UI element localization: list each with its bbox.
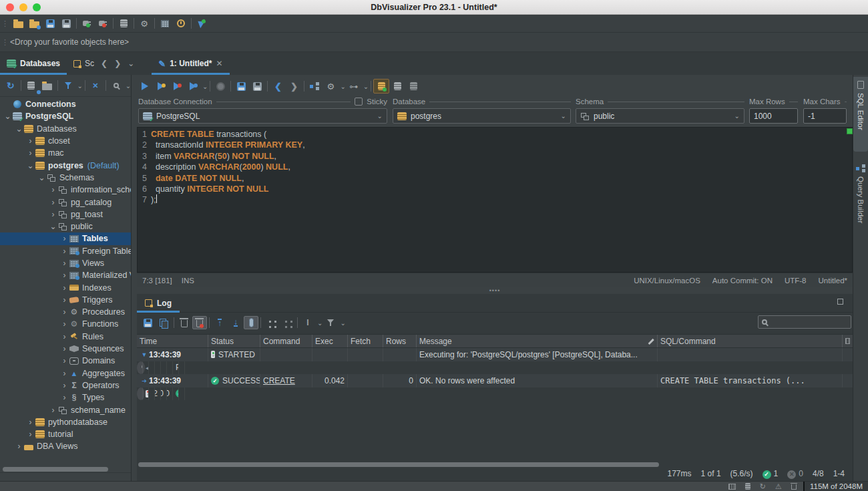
tree-item-pg-toast[interactable]: ›pg_toast bbox=[0, 208, 131, 220]
tree-expand-arrow[interactable]: › bbox=[25, 136, 35, 146]
parameterized-sql-button[interactable]: ⊶ bbox=[346, 79, 362, 94]
max-chars-input[interactable]: -1 bbox=[803, 108, 847, 124]
tree-expand-arrow[interactable]: › bbox=[59, 344, 69, 353]
column-header-message[interactable]: Message bbox=[417, 335, 658, 347]
close-tab-icon[interactable]: ✕ bbox=[216, 59, 223, 68]
column-header-rows[interactable]: Rows bbox=[383, 335, 417, 347]
refresh-status-icon[interactable]: ↻ bbox=[760, 482, 766, 491]
sql-formatter-button[interactable]: ⚙ bbox=[322, 79, 339, 94]
wizard-button[interactable] bbox=[194, 16, 210, 31]
stop-button[interactable] bbox=[212, 79, 228, 94]
history-back-button[interactable]: ❮ bbox=[270, 79, 286, 94]
execute-current-button[interactable] bbox=[153, 79, 169, 94]
tree-item-procedures[interactable]: ›⚙Procedures bbox=[0, 306, 131, 318]
tree-expand-arrow[interactable]: › bbox=[59, 295, 69, 305]
tree-item-connections[interactable]: Connections bbox=[0, 98, 131, 110]
editor-save-as-button[interactable] bbox=[249, 79, 265, 94]
sticky-checkbox[interactable] bbox=[355, 98, 363, 106]
warning-status-icon[interactable]: ⚠ bbox=[775, 482, 782, 491]
tree-item-pythondatabase[interactable]: ›pythondatabase bbox=[0, 416, 131, 428]
tab-list-dropdown[interactable]: ⌄ bbox=[128, 59, 134, 68]
column-header-exec[interactable]: Exec bbox=[312, 335, 348, 347]
tree-expand-arrow[interactable]: › bbox=[59, 247, 69, 256]
scroll-to-bottom-button[interactable]: ↓ bbox=[228, 315, 244, 330]
row-height-button[interactable]: Ι bbox=[300, 315, 316, 330]
memory-indicator[interactable]: 115M of 2048M bbox=[803, 482, 868, 491]
tree-collapse-arrow[interactable]: ⌄ bbox=[48, 222, 58, 231]
tree-item-postgresql[interactable]: ⌄PostgreSQL bbox=[0, 110, 131, 122]
tree-expand-arrow[interactable]: › bbox=[48, 405, 58, 415]
sql-editor-area[interactable]: 1CREATE TABLE transactions (2 transactio… bbox=[137, 127, 853, 273]
locate-button[interactable] bbox=[108, 78, 124, 93]
tree-collapse-arrow[interactable]: ⌄ bbox=[25, 161, 35, 170]
formatter-dropdown-chevron[interactable]: ⌄ bbox=[340, 83, 345, 90]
scroll-to-top-button[interactable]: ↑ bbox=[212, 315, 228, 330]
tree-item-schemas[interactable]: ⌄Schemas bbox=[0, 172, 131, 184]
tail-log-toggle[interactable] bbox=[244, 316, 258, 329]
tree-item-public[interactable]: ⌄public bbox=[0, 220, 131, 232]
log-filter-button[interactable] bbox=[322, 315, 339, 330]
favorites-grip[interactable]: ⋮ bbox=[1, 38, 7, 47]
task-manager-button[interactable] bbox=[173, 16, 189, 31]
line-ending[interactable]: UNIX/Linux/macOS bbox=[634, 277, 700, 285]
save-button[interactable] bbox=[42, 16, 58, 31]
connect-button[interactable] bbox=[79, 16, 95, 31]
tree-expand-arrow[interactable]: › bbox=[59, 307, 69, 317]
tab-scroll-right-button[interactable]: ❯ bbox=[114, 59, 121, 68]
log-save-button[interactable] bbox=[140, 315, 156, 330]
tree-expand-arrow[interactable]: › bbox=[48, 185, 58, 194]
connections-status-icon[interactable] bbox=[745, 483, 750, 490]
filter-dropdown-chevron[interactable]: ⌄ bbox=[77, 82, 83, 90]
locate-dropdown-chevron[interactable]: ⌄ bbox=[126, 82, 131, 90]
expand-icon[interactable]: ➔ bbox=[140, 377, 149, 384]
log-row[interactable]: ➔13:43:39✓SUCCESSCREATE0.0420OK. No rows… bbox=[137, 374, 853, 387]
collapse-rows-button[interactable] bbox=[279, 315, 295, 330]
tree-item-closet[interactable]: ›closet bbox=[0, 135, 131, 147]
tree-item-tutorial[interactable]: ›tutorial bbox=[0, 428, 131, 440]
tree-expand-arrow[interactable]: › bbox=[59, 369, 69, 378]
tree-expand-arrow[interactable]: › bbox=[59, 234, 69, 243]
refresh-button[interactable]: ↻ bbox=[3, 78, 19, 93]
tree-expand-arrow[interactable]: › bbox=[59, 283, 69, 293]
tree-item-foreign-table[interactable]: ›Foreign Table bbox=[0, 245, 131, 257]
tree-expand-arrow[interactable]: › bbox=[59, 393, 69, 402]
expand-icon[interactable]: ▼ bbox=[140, 351, 149, 358]
sidebar-horizontal-scrollbar[interactable] bbox=[3, 467, 108, 472]
expand-rows-button[interactable] bbox=[263, 315, 279, 330]
column-header-command[interactable]: Command bbox=[260, 335, 312, 347]
log-row[interactable]: ▲13:43:39FINISHED0.04200✓Success: 1 bbox=[137, 387, 145, 401]
tree-collapse-arrow[interactable]: ⌄ bbox=[14, 124, 24, 134]
column-header-fetch[interactable]: Fetch bbox=[348, 335, 383, 347]
tree-item-information-sche[interactable]: ›information_sche bbox=[0, 184, 131, 196]
row-height-chevron[interactable]: ⌄ bbox=[317, 319, 322, 327]
execute-button[interactable] bbox=[137, 79, 153, 94]
tree-expand-arrow[interactable]: › bbox=[48, 210, 58, 219]
tree-item-materialized-v[interactable]: ›Materialized V bbox=[0, 269, 131, 281]
tab-scripts[interactable]: Sc bbox=[67, 52, 101, 75]
tree-expand-arrow[interactable]: › bbox=[25, 430, 35, 439]
tree-item-mac[interactable]: ›mac bbox=[0, 147, 131, 159]
log-row[interactable]: 13:43:39◀INFOPhysical database connectio… bbox=[137, 361, 145, 375]
editor-save-button[interactable] bbox=[233, 79, 249, 94]
commit-button[interactable] bbox=[389, 79, 405, 94]
column-chooser-button[interactable] bbox=[843, 335, 853, 347]
log-copy-button[interactable] bbox=[156, 315, 172, 330]
create-folder-button[interactable] bbox=[39, 78, 55, 93]
auto-commit-indicator[interactable]: Auto Commit: ON bbox=[712, 277, 773, 285]
tree-item-domains[interactable]: ›Domains bbox=[0, 355, 131, 367]
tree-item-dba-views[interactable]: ›DBA Views bbox=[0, 440, 131, 452]
toolbar-grip[interactable]: ⋮ bbox=[1, 19, 7, 28]
tree-expand-arrow[interactable]: › bbox=[25, 418, 35, 427]
tree-collapse-arrow[interactable]: ⌄ bbox=[3, 112, 13, 121]
filter-button[interactable] bbox=[60, 78, 76, 93]
tree-item-views[interactable]: ›Views bbox=[0, 257, 131, 269]
grid-status-icon[interactable] bbox=[728, 484, 736, 490]
column-header-time[interactable]: Time bbox=[137, 335, 208, 347]
tree-item-databases[interactable]: ⌄Databases bbox=[0, 123, 131, 135]
tree-item-triggers[interactable]: ›Triggers bbox=[0, 294, 131, 306]
command-link[interactable]: CREATE bbox=[263, 376, 295, 385]
explain-plan-button[interactable] bbox=[306, 79, 322, 94]
create-connection-button[interactable] bbox=[23, 78, 39, 93]
tree-expand-arrow[interactable]: › bbox=[59, 259, 69, 268]
tree-item-postgres[interactable]: ⌄postgres(Default) bbox=[0, 159, 131, 171]
